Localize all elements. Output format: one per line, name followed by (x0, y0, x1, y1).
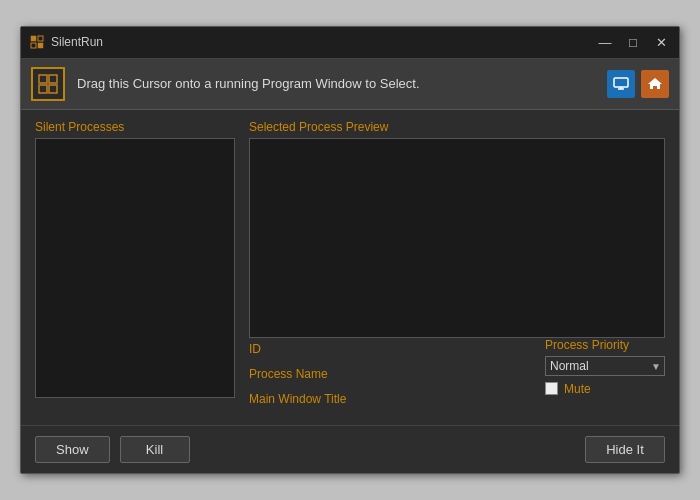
maximize-button[interactable]: □ (623, 34, 643, 50)
priority-select[interactable]: Normal Above Normal High Realtime Below … (545, 356, 665, 376)
svg-rect-3 (38, 43, 43, 48)
silent-processes-label: Silent Processes (35, 120, 235, 134)
silent-processes-list[interactable] (35, 138, 235, 398)
mute-checkbox[interactable] (545, 382, 558, 395)
main-content: Silent Processes Selected Process Previe… (21, 110, 679, 420)
svg-rect-7 (49, 85, 57, 93)
window-controls: — □ ✕ (595, 34, 671, 50)
priority-select-wrapper: Normal Above Normal High Realtime Below … (545, 356, 665, 376)
left-panel: Silent Processes (35, 120, 235, 410)
mute-row: Mute (545, 382, 591, 396)
close-button[interactable]: ✕ (651, 34, 671, 50)
show-button[interactable]: Show (35, 436, 110, 463)
svg-rect-2 (31, 43, 36, 48)
process-name-label: Process Name (249, 365, 346, 384)
svg-rect-0 (31, 36, 36, 41)
priority-label: Process Priority (545, 338, 629, 352)
drag-cursor-icon (31, 67, 65, 101)
minimize-button[interactable]: — (595, 34, 615, 50)
title-bar: SilentRun — □ ✕ (21, 27, 679, 59)
main-window-title-label: Main Window Title (249, 390, 346, 409)
svg-rect-5 (49, 75, 57, 83)
process-preview (249, 138, 665, 338)
svg-rect-1 (38, 36, 43, 41)
window-title: SilentRun (51, 35, 595, 49)
priority-section: Process Priority Normal Above Normal Hig… (545, 338, 665, 410)
process-info: ID Process Name Main Window Title Proces… (249, 338, 665, 410)
field-labels: ID Process Name Main Window Title (249, 338, 346, 410)
toolbar: Drag this Cursor onto a running Program … (21, 59, 679, 110)
id-label: ID (249, 340, 346, 359)
svg-rect-8 (614, 78, 628, 87)
svg-rect-6 (39, 85, 47, 93)
toolbar-actions (607, 70, 669, 98)
monitor-button[interactable] (607, 70, 635, 98)
preview-label: Selected Process Preview (249, 120, 665, 134)
right-panel: Selected Process Preview ID Process Name… (249, 120, 665, 410)
home-button[interactable] (641, 70, 669, 98)
kill-button[interactable]: Kill (120, 436, 190, 463)
mute-label: Mute (564, 382, 591, 396)
app-icon (29, 34, 45, 50)
svg-rect-4 (39, 75, 47, 83)
toolbar-instruction: Drag this Cursor onto a running Program … (77, 76, 595, 91)
svg-marker-11 (648, 78, 662, 89)
hide-it-button[interactable]: Hide It (585, 436, 665, 463)
main-window: SilentRun — □ ✕ Drag this Cursor onto a … (20, 26, 680, 475)
footer: Show Kill Hide It (21, 425, 679, 473)
